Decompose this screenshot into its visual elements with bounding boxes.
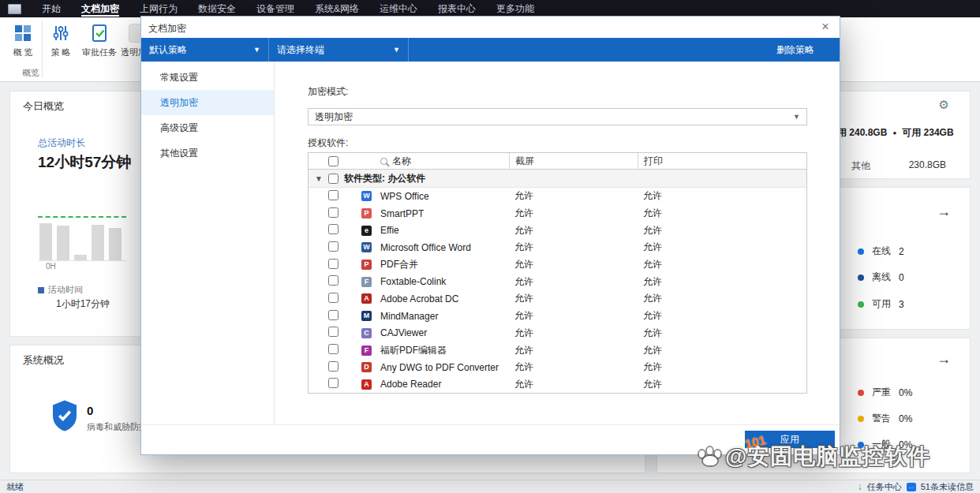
table-row[interactable]: F Foxtable-Colink 允许 允许 <box>309 273 806 290</box>
app-name: Adobe Reader <box>372 379 509 390</box>
print-permission: 允许 <box>638 378 806 391</box>
table-row[interactable]: M MindManager 允许 允许 <box>309 308 806 325</box>
row-checkbox[interactable] <box>328 224 339 234</box>
menu-item-web-behavior[interactable]: 上网行为 <box>140 0 178 17</box>
close-icon[interactable]: × <box>817 19 833 35</box>
apply-button[interactable]: 应用 <box>745 431 835 448</box>
terminal-status-row: 可用 3 <box>858 297 904 311</box>
screenshot-permission: 允许 <box>509 258 638 271</box>
ribbon-item-policy[interactable]: 策 略 <box>46 23 76 58</box>
overview-grid-icon <box>6 23 39 43</box>
terminal-status-value: 0 <box>899 272 904 283</box>
software-group-row[interactable]: ▼ 软件类型: 办公软件 <box>309 170 806 188</box>
name-column-header[interactable]: 名称 <box>372 153 509 169</box>
menu-item-report-center[interactable]: 报表中心 <box>438 0 476 17</box>
terminal-dropdown[interactable]: 请选择终端 ▼ <box>269 38 409 62</box>
table-row[interactable]: W Microsoft Office Word 允许 允许 <box>309 239 806 256</box>
ribbon-item-label: 审批任务 <box>79 47 120 58</box>
row-checkbox[interactable] <box>328 327 339 337</box>
status-dot <box>858 248 864 255</box>
menu-item-doc-encryption[interactable]: 文档加密 <box>81 0 119 17</box>
dot-separator-icon: ● <box>892 129 896 136</box>
table-row[interactable]: P SmartPPT 允许 允许 <box>309 205 806 222</box>
ribbon-item-label: 策 略 <box>46 47 76 58</box>
delete-policy-button[interactable]: 删除策略 <box>751 38 840 62</box>
menu-item-device-mgmt[interactable]: 设备管理 <box>256 0 294 17</box>
menu-item-data-security[interactable]: 数据安全 <box>198 0 236 17</box>
app-menu-icon[interactable] <box>8 4 21 14</box>
chevron-down-icon: ▼ <box>253 46 260 54</box>
ribbon-item-approval-tasks[interactable]: 审批任务 <box>79 23 120 58</box>
sidebar-item-transparent-encryption[interactable]: 透明加密 <box>141 90 274 115</box>
ribbon-item-overview[interactable]: 概 览 <box>6 23 39 58</box>
app-icon: D <box>361 362 372 372</box>
status-dot <box>858 301 864 308</box>
screenshot-column-header[interactable]: 截屏 <box>509 153 638 169</box>
screenshot-permission: 允许 <box>509 241 638 254</box>
alert-label: 一般 <box>872 438 891 451</box>
row-checkbox[interactable] <box>328 361 339 372</box>
row-checkbox[interactable] <box>328 293 339 303</box>
menu-item-start[interactable]: 开始 <box>42 0 61 17</box>
disk-other-line: 其他 230.8GB <box>851 159 946 173</box>
table-row[interactable]: W WPS Office 允许 允许 <box>309 188 806 205</box>
alert-value: 0% <box>899 413 912 424</box>
message-icon: … <box>907 483 916 491</box>
activity-chart-bars <box>39 191 122 260</box>
menu-item-system-network[interactable]: 系统&网络 <box>315 0 359 17</box>
app-icon: F <box>361 277 372 287</box>
table-row[interactable]: P PDF合并 允许 允许 <box>309 256 806 274</box>
row-checkbox[interactable] <box>328 275 339 286</box>
row-checkbox[interactable] <box>328 378 339 388</box>
row-checkbox[interactable] <box>328 190 339 200</box>
status-dot <box>858 275 864 281</box>
alert-value: 0% <box>899 387 912 398</box>
terminal-status-label: 可用 <box>872 297 891 311</box>
group-checkbox[interactable] <box>328 174 339 184</box>
row-checkbox[interactable] <box>328 310 339 320</box>
terminal-dropdown-value: 请选择终端 <box>277 43 324 57</box>
app-name: Any DWG to PDF Converter <box>372 362 509 373</box>
screenshot-permission: 允许 <box>509 207 638 220</box>
screenshot-permission: 允许 <box>509 292 638 305</box>
table-row[interactable]: A Adobe Reader 允许 允许 <box>309 376 806 394</box>
row-checkbox[interactable] <box>328 344 339 354</box>
print-permission: 允许 <box>638 241 806 254</box>
policy-dropdown[interactable]: 默认策略 ▼ <box>141 38 269 62</box>
dialog-divider <box>141 424 840 425</box>
sidebar-item-advanced[interactable]: 高级设置 <box>141 115 274 140</box>
app-icon: F <box>361 345 372 356</box>
table-row[interactable]: C CAJViewer 允许 允许 <box>309 325 806 342</box>
row-checkbox[interactable] <box>328 241 339 252</box>
task-center-link[interactable]: 任务中心 <box>867 481 902 493</box>
settings-gear-icon[interactable]: ⚙ <box>939 98 949 112</box>
table-row[interactable]: D Any DWG to PDF Converter 允许 允许 <box>309 359 806 376</box>
app-name: PDF合并 <box>372 258 509 271</box>
encryption-mode-select[interactable]: 透明加密 ▼ <box>308 108 807 125</box>
sidebar-item-other[interactable]: 其他设置 <box>141 140 274 166</box>
terminal-status-label: 离线 <box>872 271 891 284</box>
print-column-header[interactable]: 打印 <box>638 153 806 169</box>
table-row[interactable]: A Adobe Acrobat DC 允许 允许 <box>309 290 806 308</box>
table-row[interactable]: F 福昕PDF编辑器 允许 允许 <box>309 342 806 359</box>
unread-messages-link[interactable]: 51条未读信息 <box>921 481 974 493</box>
app-name: Foxtable-Colink <box>372 276 509 287</box>
row-checkbox[interactable] <box>328 259 339 269</box>
table-row[interactable]: e Effie 允许 允许 <box>309 222 806 239</box>
alert-label: 严重 <box>872 386 891 399</box>
row-checkbox[interactable] <box>328 207 339 218</box>
sidebar-item-general[interactable]: 常规设置 <box>141 65 274 90</box>
menu-item-more[interactable]: 更多功能 <box>496 0 534 17</box>
arrow-right-icon[interactable]: → <box>937 351 951 368</box>
software-group-label: 软件类型: 办公软件 <box>344 172 425 185</box>
dialog-title: 文档加密 <box>148 22 186 35</box>
arrow-right-icon[interactable]: → <box>937 204 951 220</box>
menu-item-ops-center[interactable]: 运维中心 <box>380 0 417 17</box>
app-name: Effie <box>372 225 509 236</box>
select-all-checkbox[interactable] <box>328 156 339 166</box>
chevron-down-icon[interactable]: ▼ <box>315 174 323 183</box>
app-name: Adobe Acrobat DC <box>372 293 509 304</box>
dialog-titlebar: 文档加密 × <box>141 17 840 38</box>
virus-protection-row: 0 病毒和威胁防护 <box>50 399 148 435</box>
app-icon: P <box>361 260 372 270</box>
